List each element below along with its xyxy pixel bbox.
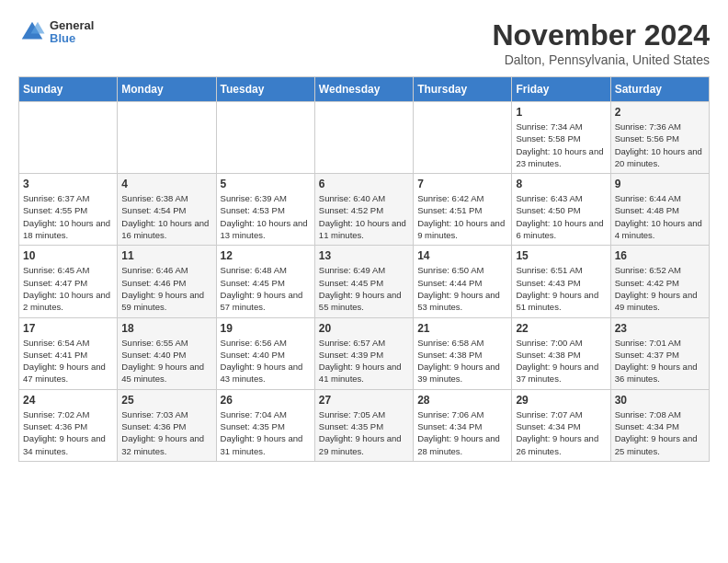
day-info: Sunrise: 6:40 AM Sunset: 4:52 PM Dayligh… (319, 192, 409, 241)
weekday-header-wednesday: Wednesday (314, 77, 413, 102)
calendar-cell: 13Sunrise: 6:49 AM Sunset: 4:45 PM Dayli… (314, 246, 413, 317)
weekday-header-monday: Monday (118, 77, 216, 102)
day-number: 13 (319, 249, 409, 262)
day-info: Sunrise: 7:05 AM Sunset: 4:35 PM Dayligh… (319, 408, 409, 457)
day-info: Sunrise: 6:37 AM Sunset: 4:55 PM Dayligh… (23, 192, 113, 241)
calendar-cell (118, 102, 216, 174)
day-info: Sunrise: 6:43 AM Sunset: 4:50 PM Dayligh… (516, 192, 606, 241)
weekday-header-saturday: Saturday (610, 77, 709, 102)
day-number: 25 (121, 394, 211, 407)
calendar-cell: 26Sunrise: 7:04 AM Sunset: 4:35 PM Dayli… (216, 389, 314, 461)
calendar-cell: 21Sunrise: 6:58 AM Sunset: 4:38 PM Dayli… (414, 317, 512, 389)
logo-icon (18, 18, 46, 46)
calendar-cell: 29Sunrise: 7:07 AM Sunset: 4:34 PM Dayli… (512, 389, 610, 461)
day-number: 9 (615, 178, 705, 190)
day-info: Sunrise: 6:57 AM Sunset: 4:39 PM Dayligh… (319, 337, 409, 385)
logo-general: General (50, 19, 94, 32)
day-info: Sunrise: 7:00 AM Sunset: 4:38 PM Dayligh… (516, 337, 606, 385)
calendar-cell: 20Sunrise: 6:57 AM Sunset: 4:39 PM Dayli… (314, 317, 413, 389)
day-number: 26 (221, 394, 311, 407)
weekday-header-friday: Friday (512, 77, 610, 102)
calendar-cell: 18Sunrise: 6:55 AM Sunset: 4:40 PM Dayli… (118, 317, 216, 389)
calendar-cell (314, 102, 413, 174)
weekday-header-thursday: Thursday (414, 77, 512, 102)
day-info: Sunrise: 7:02 AM Sunset: 4:36 PM Dayligh… (23, 408, 113, 457)
day-info: Sunrise: 6:58 AM Sunset: 4:38 PM Dayligh… (417, 337, 507, 385)
calendar-cell: 8Sunrise: 6:43 AM Sunset: 4:50 PM Daylig… (512, 174, 610, 246)
day-info: Sunrise: 6:42 AM Sunset: 4:51 PM Dayligh… (417, 192, 507, 241)
day-number: 7 (417, 178, 507, 190)
day-number: 19 (221, 322, 311, 335)
logo-text: General Blue (50, 19, 94, 46)
calendar-cell: 1Sunrise: 7:34 AM Sunset: 5:58 PM Daylig… (512, 102, 610, 174)
day-number: 1 (516, 106, 606, 119)
week-row-2: 10Sunrise: 6:45 AM Sunset: 4:47 PM Dayli… (19, 246, 710, 317)
day-info: Sunrise: 6:46 AM Sunset: 4:46 PM Dayligh… (121, 264, 211, 313)
calendar-cell: 10Sunrise: 6:45 AM Sunset: 4:47 PM Dayli… (19, 246, 118, 317)
calendar-cell: 7Sunrise: 6:42 AM Sunset: 4:51 PM Daylig… (414, 174, 512, 246)
day-info: Sunrise: 7:34 AM Sunset: 5:58 PM Dayligh… (516, 121, 606, 169)
calendar-cell: 30Sunrise: 7:08 AM Sunset: 4:34 PM Dayli… (610, 389, 709, 461)
day-number: 24 (23, 394, 113, 407)
day-info: Sunrise: 6:44 AM Sunset: 4:48 PM Dayligh… (615, 192, 705, 241)
day-number: 27 (319, 394, 409, 407)
calendar-cell: 14Sunrise: 6:50 AM Sunset: 4:44 PM Dayli… (414, 246, 512, 317)
week-row-0: 1Sunrise: 7:34 AM Sunset: 5:58 PM Daylig… (19, 102, 710, 174)
calendar-cell (216, 102, 314, 174)
calendar-cell: 2Sunrise: 7:36 AM Sunset: 5:56 PM Daylig… (610, 102, 709, 174)
month-title: November 2024 (492, 18, 710, 52)
day-number: 28 (417, 394, 507, 407)
calendar-cell: 17Sunrise: 6:54 AM Sunset: 4:41 PM Dayli… (19, 317, 118, 389)
location: Dalton, Pennsylvania, United States (492, 52, 710, 67)
calendar-cell: 25Sunrise: 7:03 AM Sunset: 4:36 PM Dayli… (118, 389, 216, 461)
day-number: 14 (417, 249, 507, 262)
calendar-cell: 16Sunrise: 6:52 AM Sunset: 4:42 PM Dayli… (610, 246, 709, 317)
week-row-4: 24Sunrise: 7:02 AM Sunset: 4:36 PM Dayli… (19, 389, 710, 461)
day-info: Sunrise: 6:48 AM Sunset: 4:45 PM Dayligh… (221, 264, 311, 313)
day-number: 23 (615, 322, 705, 335)
day-info: Sunrise: 6:51 AM Sunset: 4:43 PM Dayligh… (516, 264, 606, 313)
day-number: 17 (23, 322, 113, 335)
calendar-cell: 28Sunrise: 7:06 AM Sunset: 4:34 PM Dayli… (414, 389, 512, 461)
day-info: Sunrise: 7:03 AM Sunset: 4:36 PM Dayligh… (121, 408, 211, 457)
calendar-cell (414, 102, 512, 174)
logo: General Blue (18, 18, 94, 46)
weekday-header-tuesday: Tuesday (216, 77, 314, 102)
day-number: 8 (516, 178, 606, 190)
day-info: Sunrise: 6:52 AM Sunset: 4:42 PM Dayligh… (615, 264, 705, 313)
day-number: 16 (615, 249, 705, 262)
calendar-cell: 24Sunrise: 7:02 AM Sunset: 4:36 PM Dayli… (19, 389, 118, 461)
day-info: Sunrise: 7:04 AM Sunset: 4:35 PM Dayligh… (221, 408, 311, 457)
day-info: Sunrise: 7:07 AM Sunset: 4:34 PM Dayligh… (516, 408, 606, 457)
day-info: Sunrise: 6:45 AM Sunset: 4:47 PM Dayligh… (23, 264, 113, 313)
day-number: 18 (121, 322, 211, 335)
day-number: 30 (615, 394, 705, 407)
header: General Blue November 2024 Dalton, Penns… (18, 18, 710, 67)
calendar-cell: 9Sunrise: 6:44 AM Sunset: 4:48 PM Daylig… (610, 174, 709, 246)
calendar-cell: 11Sunrise: 6:46 AM Sunset: 4:46 PM Dayli… (118, 246, 216, 317)
day-info: Sunrise: 7:36 AM Sunset: 5:56 PM Dayligh… (615, 121, 705, 169)
day-number: 20 (319, 322, 409, 335)
day-number: 2 (615, 106, 705, 119)
day-number: 10 (23, 249, 113, 262)
logo-blue: Blue (50, 32, 94, 45)
calendar-cell: 27Sunrise: 7:05 AM Sunset: 4:35 PM Dayli… (314, 389, 413, 461)
day-number: 22 (516, 322, 606, 335)
calendar-cell: 23Sunrise: 7:01 AM Sunset: 4:37 PM Dayli… (610, 317, 709, 389)
day-number: 29 (516, 394, 606, 407)
calendar-cell: 6Sunrise: 6:40 AM Sunset: 4:52 PM Daylig… (314, 174, 413, 246)
day-info: Sunrise: 6:49 AM Sunset: 4:45 PM Dayligh… (319, 264, 409, 313)
calendar-cell: 19Sunrise: 6:56 AM Sunset: 4:40 PM Dayli… (216, 317, 314, 389)
day-info: Sunrise: 6:56 AM Sunset: 4:40 PM Dayligh… (221, 337, 311, 385)
weekday-header-row: SundayMondayTuesdayWednesdayThursdayFrid… (19, 77, 710, 102)
calendar-cell: 5Sunrise: 6:39 AM Sunset: 4:53 PM Daylig… (216, 174, 314, 246)
day-info: Sunrise: 6:50 AM Sunset: 4:44 PM Dayligh… (417, 264, 507, 313)
day-number: 12 (221, 249, 311, 262)
day-info: Sunrise: 7:06 AM Sunset: 4:34 PM Dayligh… (417, 408, 507, 457)
calendar-cell: 15Sunrise: 6:51 AM Sunset: 4:43 PM Dayli… (512, 246, 610, 317)
day-number: 6 (319, 178, 409, 190)
day-number: 15 (516, 249, 606, 262)
day-number: 4 (121, 178, 211, 190)
day-info: Sunrise: 6:55 AM Sunset: 4:40 PM Dayligh… (121, 337, 211, 385)
day-info: Sunrise: 6:54 AM Sunset: 4:41 PM Dayligh… (23, 337, 113, 385)
